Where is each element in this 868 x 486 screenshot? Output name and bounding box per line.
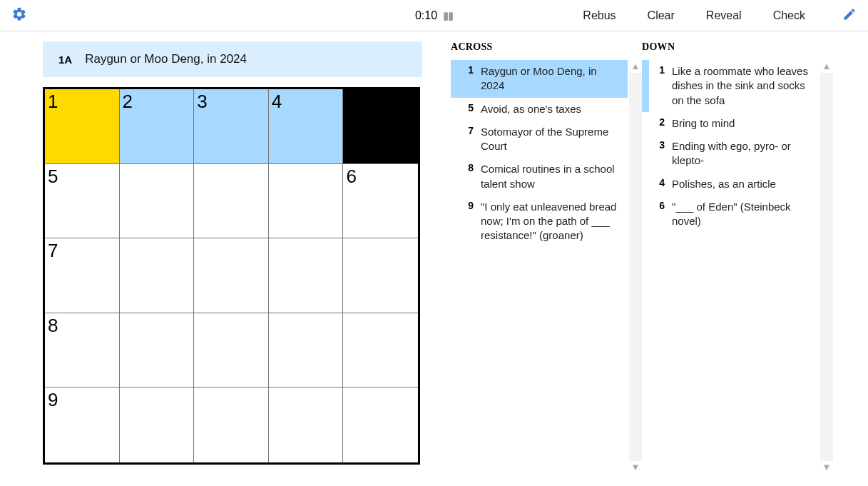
grid-cell[interactable]: 3 — [194, 89, 269, 164]
grid-cell[interactable]: 8 — [45, 313, 120, 388]
clue-text: "I only eat unleavened bread now; I'm on… — [481, 200, 622, 243]
across-column: ACROSS ▲ 1Raygun or Moo Deng, in 20245Av… — [451, 41, 628, 474]
clue-number: 7 — [458, 125, 474, 154]
clue-item[interactable]: 4Polishes, as an article — [642, 173, 819, 196]
cell-number: 3 — [197, 91, 207, 113]
clue-text: Sotomayor of the Supreme Court — [481, 125, 622, 154]
grid-cell[interactable]: 5 — [45, 164, 120, 239]
cell-number: 6 — [346, 166, 356, 188]
cell-number: 7 — [48, 240, 58, 262]
grid-cell[interactable] — [269, 238, 344, 313]
clue-number: 4 — [649, 177, 665, 191]
grid-cell[interactable] — [343, 388, 418, 462]
cell-number: 4 — [272, 91, 282, 113]
clue-item[interactable]: 9"I only eat unleavened bread now; I'm o… — [451, 196, 628, 248]
clue-number: 3 — [649, 139, 665, 168]
pause-icon[interactable]: ▮▮ — [443, 9, 453, 22]
grid-cell[interactable] — [120, 313, 195, 388]
grid-cell[interactable]: 6 — [343, 164, 418, 239]
clue-number: 9 — [458, 200, 474, 243]
clue-text: Avoid, as one's taxes — [481, 102, 581, 116]
toolbar: 0:10 ▮▮ Rebus Clear Reveal Check — [0, 0, 868, 31]
toolbar-actions: Rebus Clear Reveal Check — [583, 7, 857, 24]
clue-item[interactable]: 1Raygun or Moo Deng, in 2024 — [451, 60, 628, 98]
reveal-button[interactable]: Reveal — [706, 9, 742, 22]
grid-cell[interactable] — [269, 164, 344, 239]
clear-button[interactable]: Clear — [648, 9, 675, 22]
cell-number: 8 — [48, 315, 58, 337]
clue-number: 8 — [458, 162, 474, 191]
clue-text: Raygun or Moo Deng, in 2024 — [481, 64, 622, 93]
cell-number: 1 — [48, 91, 58, 113]
clue-item[interactable]: 6"___ of Eden" (Steinbeck novel) — [642, 196, 819, 233]
clue-number: 1 — [649, 64, 665, 108]
scroll-down-icon[interactable]: ▼ — [629, 461, 642, 474]
clue-text: Comical routines in a school talent show — [481, 162, 622, 191]
grid-cell[interactable] — [194, 388, 269, 462]
clue-item[interactable]: 3Ending with ego, pyro- or klepto- — [642, 135, 819, 173]
scroll-up-icon[interactable]: ▲ — [629, 60, 642, 73]
grid-cell[interactable]: 2 — [120, 89, 195, 164]
pencil-icon[interactable] — [842, 7, 857, 24]
crossword-grid: 123456789 — [43, 87, 420, 465]
scroll-track[interactable] — [629, 73, 642, 461]
current-clue-label: 1A — [58, 54, 72, 66]
grid-cell[interactable] — [194, 238, 269, 313]
clue-number: 5 — [458, 102, 474, 116]
settings-icon[interactable] — [11, 6, 27, 25]
down-clue-list: 1Like a roommate who leaves dishes in th… — [642, 60, 819, 474]
clue-number: 2 — [649, 116, 665, 131]
cell-number: 5 — [48, 166, 58, 188]
grid-cell[interactable]: 7 — [45, 238, 120, 313]
grid-cell[interactable]: 4 — [269, 89, 344, 164]
clue-text: Polishes, as an article — [672, 177, 776, 191]
clue-text: "___ of Eden" (Steinbeck novel) — [672, 200, 813, 229]
timer[interactable]: 0:10 ▮▮ — [415, 9, 453, 22]
scroll-track[interactable] — [820, 73, 833, 461]
grid-cell[interactable] — [120, 388, 195, 462]
clue-item[interactable]: 5Avoid, as one's taxes — [451, 98, 628, 121]
grid-cell[interactable] — [120, 164, 195, 239]
current-clue-text: Raygun or Moo Deng, in 2024 — [85, 52, 247, 66]
clue-item[interactable]: 2Bring to mind — [642, 112, 819, 135]
scroll-down-icon[interactable]: ▼ — [820, 461, 833, 474]
clue-number: 1 — [458, 64, 474, 93]
grid-cell[interactable]: 9 — [45, 388, 120, 462]
clue-text: Bring to mind — [672, 116, 735, 131]
clue-text: Ending with ego, pyro- or klepto- — [672, 139, 813, 168]
grid-cell[interactable] — [343, 313, 418, 388]
scroll-up-icon[interactable]: ▲ — [820, 60, 833, 73]
clue-item[interactable]: 8Comical routines in a school talent sho… — [451, 158, 628, 196]
across-clue-list: 1Raygun or Moo Deng, in 20245Avoid, as o… — [451, 60, 628, 474]
down-title: DOWN — [642, 41, 819, 53]
puzzle-column: 1A Raygun or Moo Deng, in 2024 123456789 — [43, 41, 422, 474]
grid-cell — [343, 89, 418, 164]
check-button[interactable]: Check — [773, 9, 805, 22]
grid-cell[interactable] — [269, 388, 344, 462]
timer-value: 0:10 — [415, 9, 437, 22]
clue-item[interactable]: 7Sotomayor of the Supreme Court — [451, 121, 628, 158]
main-area: 1A Raygun or Moo Deng, in 2024 123456789… — [0, 31, 868, 474]
rebus-button[interactable]: Rebus — [583, 9, 616, 22]
grid-cell[interactable] — [194, 164, 269, 239]
current-clue-bar[interactable]: 1A Raygun or Moo Deng, in 2024 — [43, 41, 422, 77]
grid-cell[interactable] — [194, 313, 269, 388]
grid-cell[interactable] — [269, 313, 344, 388]
grid-cell[interactable]: 1 — [45, 89, 120, 164]
clue-text: Like a roommate who leaves dishes in the… — [672, 64, 813, 108]
cell-number: 2 — [123, 91, 133, 113]
clue-number: 6 — [649, 200, 665, 229]
cell-number: 9 — [48, 389, 58, 411]
grid-cell[interactable] — [120, 238, 195, 313]
down-column: DOWN ▲ 1Like a roommate who leaves dishe… — [642, 41, 819, 474]
clue-item[interactable]: 1Like a roommate who leaves dishes in th… — [642, 60, 819, 112]
grid-cell[interactable] — [343, 238, 418, 313]
across-title: ACROSS — [451, 41, 628, 53]
clue-columns: ACROSS ▲ 1Raygun or Moo Deng, in 20245Av… — [451, 41, 819, 474]
